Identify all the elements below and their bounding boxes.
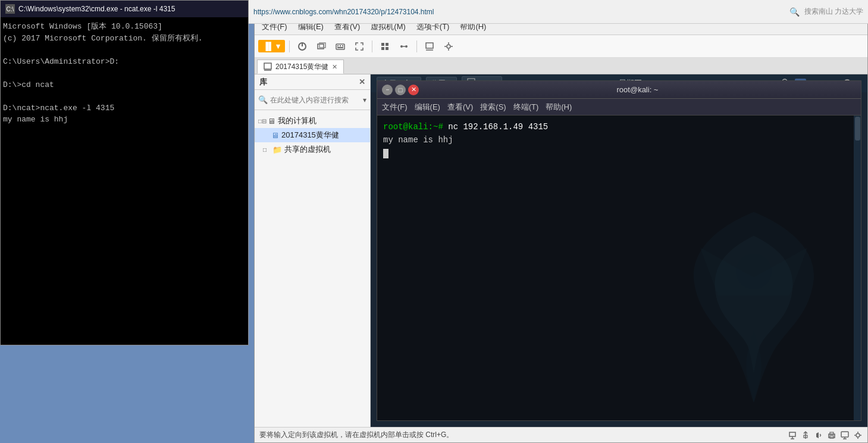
connect-icon [399,42,409,51]
svg-rect-14 [386,47,388,50]
browser-url-text: https://www.cnblogs.com/whn20174320/p/12… [253,8,785,16]
vm-content[interactable]: 应用程序 ▾ 位置 ▾ 终端 ▾ 星期五 21:41 [371,74,867,427]
vmware-connect-button[interactable] [396,39,412,54]
kali-menu-view[interactable]: 查看(V) [447,102,473,113]
vmware-unity-button[interactable] [377,39,393,54]
tree-label-my-computer: 我的计算机 [278,116,317,126]
svg-rect-7 [337,45,339,46]
vmware-power-off-button[interactable] [294,39,311,54]
vmware-send-keys-button[interactable] [332,39,349,54]
svg-point-15 [400,45,403,48]
toolbar-sep-2 [372,40,372,52]
cmd-content[interactable]: Microsoft Windows [版本 10.0.15063] (c) 20… [1,17,248,345]
statusbar-network-icon[interactable] [788,430,797,440]
kali-prompt: root@kali:~# [383,122,443,132]
cmd-line-3 [3,44,246,56]
vmware-statusbar: 要将输入定向到该虚拟机，请在虚拟机内部单击或按 Ctrl+G。 [255,427,867,442]
browser-nav-text: 搜索南山 力达大学 [804,7,863,17]
svg-rect-11 [381,43,384,46]
kali-scrollbar-thumb[interactable] [855,117,860,141]
sidebar-search-dropdown-button[interactable]: ▾ [363,96,366,104]
kali-terminal-line-2: my name is hhj [383,133,855,146]
kali-terminal-window[interactable]: － □ ✕ root@kali: ~ 文件(F) 编辑(E) 查看(V) 搜索(… [377,80,861,421]
vmware-status-text: 要将输入定向到该虚拟机，请在虚拟机内部单击或按 Ctrl+G。 [259,430,453,440]
sidebar-library-label: 库 [259,77,267,88]
tree-item-my-computer[interactable]: □⊟ 🖥 我的计算机 [255,114,370,128]
pause-icon: ▐▌ [263,42,274,51]
svg-rect-18 [426,43,433,48]
sidebar-search-input[interactable] [270,96,361,104]
vm-tab-icon [264,63,272,71]
svg-point-16 [405,45,408,48]
vmware-sidebar: 库 ✕ 🔍 ▾ □⊟ 🖥 我的计算机 🖥 20174315黄华健 [255,74,371,427]
svg-rect-46 [841,432,848,437]
statusbar-display-icon[interactable] [840,430,850,440]
kali-menu-edit[interactable]: 编辑(E) [415,102,440,113]
computer-icon: 🖥 [268,117,275,126]
vmware-view-button[interactable] [421,39,438,54]
svg-point-49 [856,433,860,437]
kali-menu-terminal[interactable]: 终端(T) [513,102,539,113]
kali-maximize-button[interactable]: □ [395,85,406,95]
kali-close-button[interactable]: ✕ [408,85,419,95]
vmware-pause-button[interactable]: ▐▌ ▾ [258,40,285,52]
tree-item-vm[interactable]: 🖥 20174315黄华健 [255,128,370,142]
vm-icon: 🖥 [271,131,279,140]
statusbar-settings-icon[interactable] [853,430,863,440]
sidebar-search-icon: 🔍 [258,95,268,104]
vmware-snapshot-button[interactable] [313,39,330,54]
kali-scrollbar[interactable] [854,116,861,420]
power-icon [297,42,307,51]
kali-menubar: 文件(F) 编辑(E) 查看(V) 搜索(S) 终端(T) 帮助(H) [377,99,861,116]
svg-rect-8 [340,45,341,46]
sidebar-library-header: 库 ✕ [255,74,370,90]
svg-point-20 [447,45,450,48]
pause-dropdown-icon: ▾ [276,42,280,51]
vmware-tab-vm[interactable]: 20174315黄华健 ✕ [257,60,344,74]
kali-titlebar: － □ ✕ root@kali: ~ [377,81,861,99]
statusbar-audio-icon[interactable] [814,430,823,440]
kali-menu-help[interactable]: 帮助(H) [546,102,572,113]
kali-menu-search[interactable]: 搜索(S) [480,102,506,113]
tree-expand-my-computer: □⊟ [258,118,265,124]
cmd-line-2: (c) 2017 Microsoft Corporation. 保留所有权利. [3,33,246,45]
kali-terminal-line-1: root@kali:~# nc 192.168.1.49 4315 [383,120,855,133]
kali-command: nc 192.168.1.49 4315 [443,122,548,132]
svg-rect-44 [830,432,833,435]
tree-item-shared-vms[interactable]: □ 📁 共享的虚拟机 [255,142,370,157]
browser-search-icon: 🔍 [789,7,800,17]
svg-rect-13 [381,47,384,50]
vmware-toolbar: ▐▌ ▾ [255,35,867,58]
svg-rect-6 [336,44,344,49]
vmware-tab-close-button[interactable]: ✕ [332,63,337,71]
svg-rect-4 [318,44,324,49]
vmware-fullscreen-button[interactable] [351,39,368,54]
sidebar-close-button[interactable]: ✕ [359,77,365,86]
cmd-line-9: my name is hhj [3,114,246,126]
svg-rect-45 [830,436,833,438]
kali-cursor [383,149,388,158]
sidebar-tree: □⊟ 🖥 我的计算机 🖥 20174315黄华健 □ 📁 共享的虚拟机 [255,110,370,427]
statusbar-usb-icon[interactable] [801,430,810,440]
kali-dragon-logo [665,200,843,408]
cmd-window: C:\ C:\Windows\system32\cmd.exe - ncat.e… [0,0,249,345]
kali-terminal-content[interactable]: root@kali:~# nc 192.168.1.49 4315 my nam… [377,116,861,420]
kali-output: my name is hhj [383,135,453,145]
cmd-line-7 [3,91,246,102]
shared-icon: 📁 [272,145,282,154]
svg-rect-12 [386,43,388,46]
toolbar-sep-3 [416,40,417,52]
tree-expand-shared: □ [263,146,270,153]
cmd-title: C:\Windows\system32\cmd.exe - ncat.exe -… [18,5,175,13]
tree-label-vm: 20174315黄华健 [281,130,339,141]
statusbar-print-icon[interactable] [827,430,836,440]
vmware-main: 库 ✕ 🔍 ▾ □⊟ 🖥 我的计算机 🖥 20174315黄华健 [255,74,867,427]
kali-minimize-button[interactable]: － [382,85,393,95]
vmware-settings-button[interactable] [440,39,457,54]
settings-icon [444,42,453,51]
cmd-icon: C:\ [5,4,15,14]
keyboard-icon [336,42,345,51]
kali-terminal-line-3 [383,147,855,160]
svg-rect-9 [342,45,343,46]
kali-menu-file[interactable]: 文件(F) [382,102,408,113]
